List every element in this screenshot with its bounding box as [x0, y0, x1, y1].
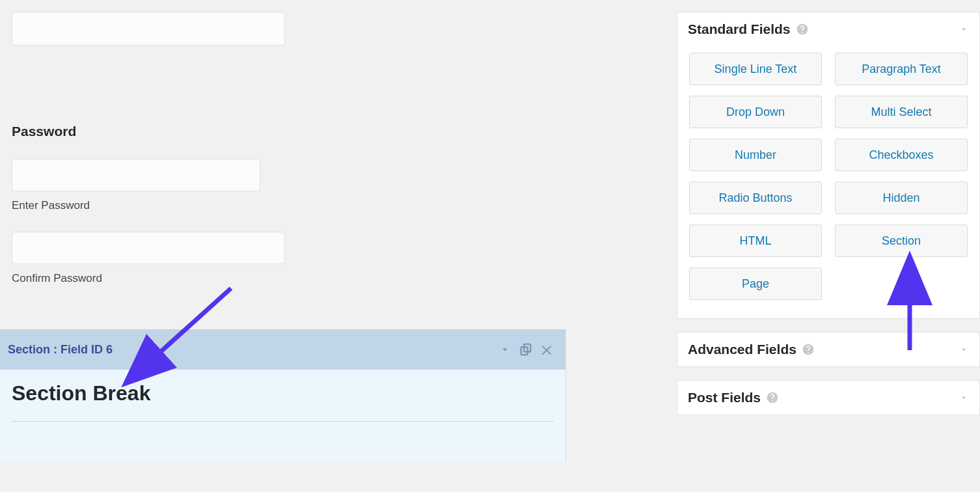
- field-number[interactable]: Number: [689, 139, 822, 171]
- form-canvas: Password Enter Password Confirm Password…: [0, 0, 566, 492]
- fields-sidebar: Standard Fields Single Line Text Paragra…: [677, 12, 980, 415]
- confirm-password-group: Confirm Password: [12, 232, 285, 285]
- enter-password-group: Enter Password: [12, 159, 285, 212]
- text-input-field[interactable]: [12, 12, 285, 46]
- field-checkboxes[interactable]: Checkboxes: [835, 139, 968, 171]
- section-field-actions: [498, 342, 554, 357]
- advanced-fields-panel: Advanced Fields: [677, 332, 980, 367]
- post-fields-panel: Post Fields: [677, 380, 980, 415]
- chevron-down-icon: [959, 344, 969, 355]
- section-divider: [12, 421, 554, 422]
- field-page[interactable]: Page: [689, 267, 822, 300]
- field-multi-select[interactable]: Multi Select: [835, 96, 968, 128]
- password-field-group: Password Enter Password Confirm Password: [12, 124, 285, 285]
- standard-fields-panel: Standard Fields Single Line Text Paragra…: [677, 12, 980, 319]
- standard-fields-header[interactable]: Standard Fields: [677, 12, 979, 46]
- help-icon[interactable]: [802, 343, 815, 356]
- section-break-title: Section Break: [12, 381, 554, 405]
- field-single-line-text[interactable]: Single Line Text: [689, 53, 822, 85]
- duplicate-icon[interactable]: [519, 342, 533, 357]
- delete-icon[interactable]: [539, 342, 554, 357]
- enter-password-sublabel: Enter Password: [12, 199, 285, 212]
- post-fields-header[interactable]: Post Fields: [677, 381, 979, 415]
- field-radio-buttons[interactable]: Radio Buttons: [689, 182, 822, 214]
- chevron-down-icon: [959, 392, 969, 403]
- standard-fields-body: Single Line Text Paragraph Text Drop Dow…: [677, 46, 979, 318]
- password-label: Password: [12, 124, 285, 139]
- help-icon[interactable]: [796, 23, 809, 36]
- section-field-body: Section Break: [0, 370, 565, 462]
- confirm-password-input[interactable]: [12, 232, 285, 264]
- standard-fields-title: Standard Fields: [688, 21, 791, 37]
- section-field-header: Section : Field ID 6: [0, 329, 565, 370]
- collapse-icon[interactable]: [498, 342, 512, 357]
- help-icon[interactable]: [766, 391, 779, 404]
- field-paragraph-text[interactable]: Paragraph Text: [835, 53, 968, 85]
- post-fields-title: Post Fields: [688, 390, 761, 405]
- chevron-down-icon: [959, 24, 969, 34]
- field-hidden[interactable]: Hidden: [835, 182, 968, 214]
- field-section[interactable]: Section: [835, 225, 968, 257]
- advanced-fields-title: Advanced Fields: [688, 342, 796, 357]
- advanced-fields-header[interactable]: Advanced Fields: [677, 333, 979, 366]
- field-html[interactable]: HTML: [689, 225, 822, 257]
- confirm-password-sublabel: Confirm Password: [12, 272, 285, 285]
- section-field-id-label: Section : Field ID 6: [8, 343, 113, 357]
- section-field[interactable]: Section : Field ID 6 Section Break: [0, 329, 566, 462]
- field-drop-down[interactable]: Drop Down: [689, 96, 822, 128]
- enter-password-input[interactable]: [12, 159, 260, 191]
